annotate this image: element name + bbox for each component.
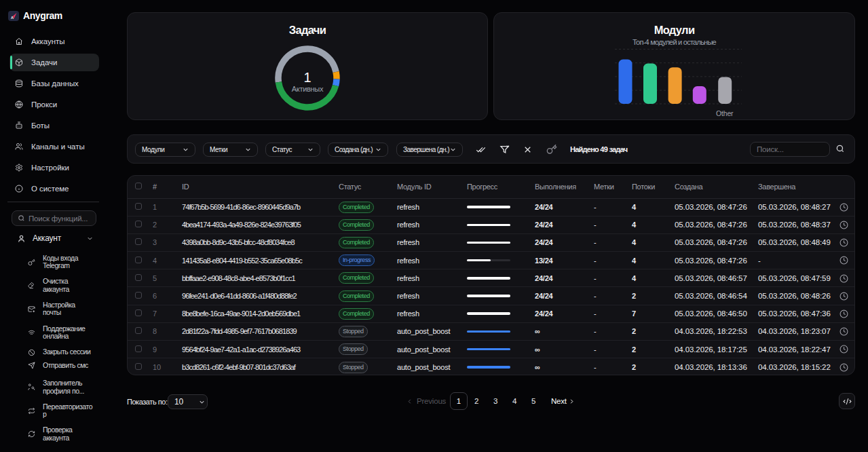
svg-text:A: A <box>11 16 14 20</box>
svg-text:Other: Other <box>716 109 734 117</box>
